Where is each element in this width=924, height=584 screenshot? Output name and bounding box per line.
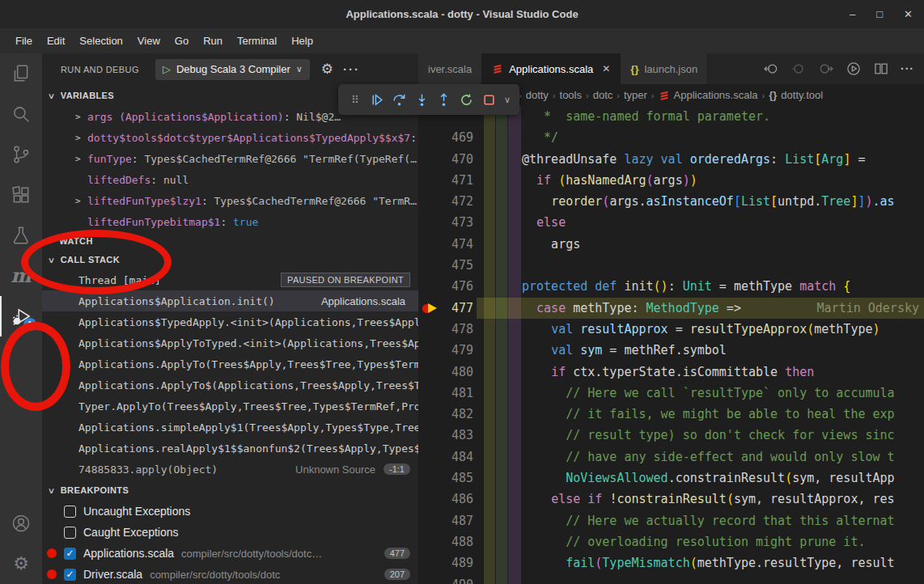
- line-number[interactable]: 474: [418, 234, 473, 255]
- line-number[interactable]: 485: [418, 468, 473, 489]
- line-number[interactable]: 488: [418, 531, 473, 552]
- menu-view[interactable]: View: [130, 32, 167, 49]
- breadcrumb-item[interactable]: typer: [624, 89, 647, 101]
- stack-frame-row[interactable]: Applications.ApplyTo(Trees$Apply,Trees$T…: [42, 353, 418, 375]
- menu-go[interactable]: Go: [167, 32, 196, 49]
- line-number[interactable]: 490: [418, 574, 473, 584]
- run-and-debug-icon[interactable]: 1: [0, 296, 42, 336]
- line-number[interactable]: 486: [418, 489, 473, 510]
- code-line[interactable]: 487 // Here we actually record that this…: [418, 510, 924, 531]
- line-number[interactable]: 476: [418, 276, 473, 297]
- stack-frame-row[interactable]: Applications$ApplyToTyped.<init>(Applica…: [42, 332, 418, 353]
- code-line[interactable]: 483 // result type) so don't check for v…: [418, 425, 924, 446]
- line-number[interactable]: 471: [418, 170, 473, 191]
- search-icon[interactable]: [0, 94, 42, 134]
- breakpoint-row[interactable]: ✓Driver.scalacompiler/src/dotty/tools/do…: [42, 564, 418, 584]
- drag-handle[interactable]: ⠿: [345, 89, 364, 110]
- account-icon[interactable]: [0, 503, 42, 544]
- navigate-forward-icon[interactable]: [818, 61, 834, 77]
- views-more-actions-icon[interactable]: ···: [343, 62, 360, 76]
- breadcrumb-item[interactable]: dotty: [526, 89, 549, 101]
- breadcrumb-item[interactable]: dotc: [593, 89, 613, 101]
- code-line[interactable]: 472 reorder(args.asInstanceOf[List[untpd…: [418, 191, 924, 212]
- restart-icon[interactable]: [457, 89, 477, 110]
- variable-row[interactable]: >dotty$tools$dotc$typer$Applications$Typ…: [42, 127, 418, 148]
- tab-applications-scala[interactable]: Applications.scala✕: [482, 53, 621, 84]
- line-number[interactable]: 469: [418, 127, 473, 148]
- line-number[interactable]: 478: [418, 319, 473, 340]
- code-line[interactable]: 486 else if !constrainResult(sym, result…: [418, 489, 924, 510]
- stop-icon[interactable]: [479, 89, 498, 110]
- stack-frame-row[interactable]: Typer.ApplyTo(Trees$Apply,Trees$Tree,Typ…: [42, 396, 418, 417]
- line-number[interactable]: 480: [418, 362, 473, 383]
- breakpoint-checkbox[interactable]: ✓: [64, 569, 76, 581]
- code-line[interactable]: 476protected def init(): Unit = methType…: [418, 276, 924, 297]
- breakpoint-checkbox[interactable]: ✓: [64, 548, 76, 560]
- line-number[interactable]: 489: [418, 552, 473, 573]
- code-line[interactable]: 489 fail(TypeMismatch(methType.resultTyp…: [418, 552, 924, 573]
- close-button[interactable]: ✕: [904, 8, 913, 20]
- breakpoint-checkbox[interactable]: [64, 527, 76, 539]
- tab-iver-scala[interactable]: iver.scala: [418, 53, 482, 84]
- code-line[interactable]: 473 else: [418, 212, 924, 233]
- line-number[interactable]: 473: [418, 212, 473, 233]
- settings-gear-icon[interactable]: ⚙: [0, 544, 42, 584]
- navigate-back-icon[interactable]: [763, 61, 779, 77]
- watch-section-header[interactable]: > WATCH: [42, 232, 418, 250]
- close-tab-icon[interactable]: ✕: [602, 63, 610, 74]
- source-control-icon[interactable]: [0, 134, 42, 175]
- split-editor-icon[interactable]: [873, 61, 889, 77]
- code-line[interactable]: 481 // Here we call `resultType` only to…: [418, 383, 924, 404]
- line-number[interactable]: 487: [418, 510, 473, 531]
- stack-frame-row[interactable]: Applications$Application.init()Applicati…: [42, 290, 418, 311]
- maximize-button[interactable]: □: [876, 8, 883, 20]
- code-line[interactable]: 479 val sym = methRef.symbol: [418, 340, 924, 361]
- step-out-icon[interactable]: [434, 89, 454, 110]
- breakpoint-row[interactable]: Uncaught Exceptions: [42, 501, 418, 522]
- line-number[interactable]: 483: [418, 425, 473, 446]
- code-line[interactable]: 478 val resultApprox = resultTypeApprox(…: [418, 319, 924, 340]
- minimize-button[interactable]: –: [850, 8, 855, 20]
- variable-row[interactable]: >liftedFunType$lzy1: Types$CachedTermRef…: [42, 190, 418, 211]
- metals-icon[interactable]: m: [0, 256, 42, 296]
- debug-config-dropdown[interactable]: ▷ Debug Scala 3 Compiler ∨: [155, 59, 310, 80]
- stack-frame-row[interactable]: Applications.ApplyTo$(Applications,Trees…: [42, 375, 418, 396]
- explorer-icon[interactable]: [0, 53, 42, 94]
- current-breakpoint-arrow-icon[interactable]: [422, 303, 442, 314]
- breadcrumb-item[interactable]: dotty.tool: [781, 89, 823, 101]
- menu-run[interactable]: Run: [196, 32, 230, 49]
- code-line[interactable]: 484 // have any side-effect and would on…: [418, 446, 924, 468]
- line-number[interactable]: 482: [418, 404, 473, 425]
- step-into-icon[interactable]: [412, 89, 431, 110]
- line-number[interactable]: 470: [418, 149, 473, 170]
- code-line[interactable]: 490: [418, 574, 924, 584]
- menu-selection[interactable]: Selection: [72, 32, 129, 49]
- code-line[interactable]: 482 // it fails, we might be able to hea…: [418, 404, 924, 425]
- tab-launch-json[interactable]: {}launch.json: [621, 53, 708, 84]
- line-number[interactable]: 475: [418, 255, 473, 276]
- code-line[interactable]: 477 case methType: MethodType =>Martin O…: [418, 298, 924, 319]
- breakpoint-checkbox[interactable]: [64, 506, 76, 518]
- thread-row[interactable]: Thread [main] PAUSED ON BREAKPOINT: [42, 269, 418, 290]
- run-file-icon[interactable]: [846, 61, 862, 77]
- code-line[interactable]: 470@threadUnsafe lazy val orderedArgs: L…: [418, 149, 924, 170]
- stack-frame-row[interactable]: 74885833.apply(Object)Unknown Source-1:1: [42, 459, 418, 480]
- menu-terminal[interactable]: Terminal: [230, 32, 284, 49]
- debug-settings-gear-icon[interactable]: ⚙: [321, 61, 333, 78]
- stack-frame-row[interactable]: Applications$TypedApply.<init>(Applicati…: [42, 311, 418, 332]
- breadcrumb-item[interactable]: Applications.scala: [674, 89, 758, 101]
- testing-icon[interactable]: [0, 215, 42, 256]
- start-debug-icon[interactable]: ▷: [163, 63, 171, 75]
- variable-row[interactable]: liftedDefs: null: [42, 169, 418, 190]
- line-number[interactable]: 479: [418, 340, 473, 361]
- code-line[interactable]: 475: [418, 255, 924, 276]
- code-line[interactable]: 471 if (hasNamedArg(args)): [418, 170, 924, 191]
- code-line[interactable]: 474 args: [418, 234, 924, 255]
- menu-file[interactable]: File: [8, 32, 40, 49]
- code-line[interactable]: 485 NoViewsAllowed.constrainResult(sym, …: [418, 468, 924, 489]
- breadcrumb-item[interactable]: tools: [560, 89, 582, 101]
- step-over-icon[interactable]: [389, 89, 409, 110]
- chevron-down-icon[interactable]: ∨: [502, 89, 513, 110]
- extensions-icon[interactable]: [0, 175, 42, 215]
- stack-frame-row[interactable]: Applications.realApply$1$$anonfun$2(Tree…: [42, 438, 418, 459]
